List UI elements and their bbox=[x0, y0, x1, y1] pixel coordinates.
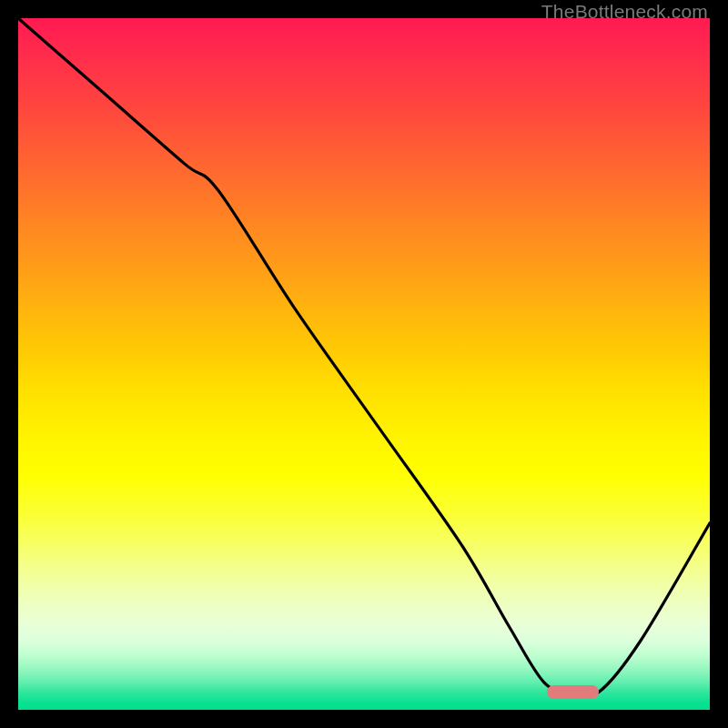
watermark-text: TheBottleneck.com bbox=[541, 1, 708, 23]
chart-frame bbox=[18, 18, 710, 710]
optimal-range-marker bbox=[547, 685, 599, 699]
bottleneck-curve bbox=[18, 18, 710, 710]
